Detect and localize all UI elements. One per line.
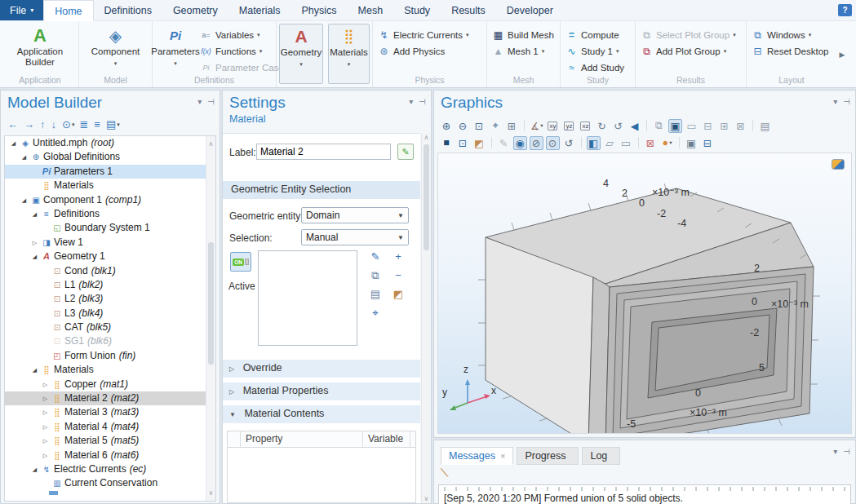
tree-expander-icon[interactable]: ◢ xyxy=(29,462,40,476)
show-options-icon[interactable]: ⊙▾ xyxy=(62,118,74,130)
add-selection-icon[interactable]: + xyxy=(387,250,410,269)
ribbon-tab[interactable]: Geometry xyxy=(162,0,228,20)
no-material-color-icon[interactable]: ⊠ xyxy=(644,136,658,150)
hide-selection-icon[interactable]: ⊘ xyxy=(530,136,543,150)
panel-menu-caret-icon[interactable]: ▾ xyxy=(833,97,837,106)
zoom-extents-icon[interactable]: ⌖ xyxy=(489,119,503,133)
tree-row[interactable]: ◢ ↯ Electric Currents (ec) xyxy=(5,462,215,476)
mesh1-button[interactable]: ▲ Mesh 1 ▾ xyxy=(490,43,547,59)
tree-row[interactable]: Pi Parameters 1 xyxy=(5,165,215,179)
tree-expander-icon[interactable]: ◢ xyxy=(19,193,29,207)
paint-select-icon[interactable]: ◩ xyxy=(472,136,486,150)
scroll-down-icon[interactable]: ∨ xyxy=(206,486,215,500)
messages-content[interactable]: [Sep 5, 2020 1:20 PM] Formed union of 5 … xyxy=(438,484,851,504)
scroll-up-icon[interactable]: ∧ xyxy=(422,134,431,141)
messages-tab[interactable]: Log xyxy=(582,447,620,465)
pin-icon[interactable]: ⊤ xyxy=(842,448,851,455)
close-windows-icon[interactable]: ⊠ xyxy=(734,119,747,133)
graphics-canvas[interactable]: 42×10⁻³ m0-2-420×10⁻³ m-250×10⁻³ m-5 zyx xyxy=(437,153,852,434)
tree-expander-icon[interactable]: ▷ xyxy=(40,420,51,434)
close-tab-icon[interactable]: × xyxy=(500,451,505,461)
ribbon-tab[interactable]: Study xyxy=(393,0,441,20)
zoom-out-icon[interactable]: ⊖ xyxy=(456,119,470,133)
select-box-icon[interactable]: ⊡ xyxy=(456,136,470,150)
split-vertical-icon[interactable]: ⊞ xyxy=(717,119,731,133)
component-button[interactable]: ◈ Component ▾ xyxy=(92,24,140,75)
ribbon-tab[interactable]: Materials xyxy=(228,0,291,20)
environment-icon[interactable]: ▣ xyxy=(668,119,682,133)
back-icon[interactable]: ← xyxy=(7,118,19,130)
scrollbar-thumb[interactable] xyxy=(424,144,429,250)
move-down-icon[interactable]: ↓ xyxy=(51,118,58,130)
export-image-icon[interactable]: ▤ xyxy=(758,119,772,133)
ribbon-tab[interactable]: Home xyxy=(43,0,93,21)
transparency-icon[interactable]: ▱ xyxy=(603,136,617,150)
help-button[interactable]: ? xyxy=(838,4,852,16)
table-column-header[interactable]: Variable xyxy=(363,431,410,447)
pin-icon[interactable]: ⊤ xyxy=(842,98,851,105)
canvas-context-icon[interactable] xyxy=(832,159,845,170)
parameters-button[interactable]: Pi Parameters ▾ xyxy=(155,24,196,75)
copy-selection-icon[interactable]: ⧉ xyxy=(364,269,387,288)
rotate-ccw-icon[interactable]: ↺ xyxy=(611,119,625,133)
view-settings-icon[interactable]: ■ xyxy=(440,136,454,150)
label-input[interactable] xyxy=(256,144,391,160)
zoom-in-icon[interactable]: ⊕ xyxy=(440,119,454,133)
paint-selection-icon[interactable]: ◩ xyxy=(387,288,410,307)
tree-expander-icon[interactable]: ◢ xyxy=(29,250,40,263)
default-view-icon[interactable]: ⊞ xyxy=(505,119,519,133)
tree-row[interactable]: ⊡ L3 (blk4) xyxy=(5,307,215,321)
tree-expander-icon[interactable]: ◢ xyxy=(29,363,40,377)
panel-menu-caret-icon[interactable]: ▾ xyxy=(409,97,413,106)
paste-selection-icon[interactable]: ▤ xyxy=(364,288,387,307)
copy-graphics-icon[interactable]: ⧉ xyxy=(652,119,666,133)
panel-menu-caret-icon[interactable]: ▾ xyxy=(833,447,837,456)
messages-tab[interactable]: Messages × xyxy=(441,447,513,465)
entity-selection-header[interactable]: Geometric Entity Selection xyxy=(223,181,420,199)
scene-camera-icon[interactable]: ◀ xyxy=(628,119,641,133)
tree-row[interactable]: ◱ Boundary System 1 xyxy=(5,221,215,235)
settings-section-header[interactable]: ▷ Override xyxy=(223,360,420,378)
tree-row[interactable]: ◢ ▣ Component 1 (comp1) xyxy=(5,193,215,207)
settings-section-header[interactable]: ▷ Material Properties xyxy=(223,382,420,400)
tree-row[interactable]: ◢ ◈ Untitled.mph (root) xyxy=(5,136,215,150)
select-plot-group-button[interactable]: ⧉ Select Plot Group ▾ xyxy=(638,27,738,42)
scroll-down-icon[interactable]: ∨ xyxy=(422,495,431,502)
tree-row[interactable]: ▥ Current Conservation xyxy=(5,476,215,490)
ribbon-tab[interactable]: Mesh xyxy=(348,0,394,20)
parameter-case-button[interactable]: Pi Parameter Case xyxy=(197,60,286,75)
tree-row[interactable]: ▷ ⣿ Material 4 (mat4) xyxy=(5,420,215,434)
view-xz-icon[interactable]: xz xyxy=(579,119,592,133)
tree-expander-icon[interactable]: ▷ xyxy=(40,405,51,419)
single-window-icon[interactable]: ▭ xyxy=(685,119,699,133)
scene-light-icon[interactable]: ◧ xyxy=(587,136,601,150)
reset-hiding-icon[interactable]: ↺ xyxy=(562,136,576,150)
settings-section-header[interactable]: ▼ Material Contents xyxy=(223,405,420,423)
tree-row[interactable]: ⊡ SG1 (blk6) xyxy=(5,334,215,348)
active-toggle-button[interactable]: ON xyxy=(230,252,251,272)
tree-expander-icon[interactable]: ▷ xyxy=(29,236,40,250)
selection-select[interactable]: Manual ▼ xyxy=(301,229,409,245)
add-plot-group-button[interactable]: ⧉ Add Plot Group ▾ xyxy=(638,43,729,59)
rotate-cw-icon[interactable]: ↻ xyxy=(595,119,609,133)
add-physics-button[interactable]: ⊛ Add Physics xyxy=(375,43,447,59)
electric-currents-button[interactable]: ↯ Electric Currents ▾ xyxy=(375,27,472,42)
pin-icon[interactable]: ⊤ xyxy=(418,98,427,105)
tree-expander-icon[interactable]: ◢ xyxy=(8,136,19,150)
expand-all-icon[interactable]: ≣ xyxy=(79,118,89,130)
tree-expander-icon[interactable]: ▷ xyxy=(40,449,51,462)
table-column-header[interactable]: Property xyxy=(241,431,363,447)
view-direction-icon[interactable]: ∡▾ xyxy=(530,119,543,133)
activate-selection-icon[interactable]: ✎ xyxy=(364,250,387,269)
zoom-selection-icon[interactable]: ⌖ xyxy=(364,307,387,325)
split-horizontal-icon[interactable]: ⊟ xyxy=(701,119,715,133)
tree-row[interactable]: ▷ ⣿ Material 5 (mat5) xyxy=(5,434,215,448)
messages-tab[interactable]: Progress xyxy=(517,447,579,465)
windows-button[interactable]: ⧉ Windows ▾ xyxy=(749,27,814,42)
ribbon-tab[interactable]: Developer xyxy=(496,0,564,20)
tree-row[interactable]: ▷ ◨ View 1 xyxy=(5,236,215,250)
view-yz-icon[interactable]: yz xyxy=(562,119,576,133)
file-menu-button[interactable]: File ▾ xyxy=(0,0,43,20)
tree-row[interactable]: ⊡ CAT (blk5) xyxy=(5,321,215,334)
tree-row[interactable]: ◢ ⊕ Global Definitions xyxy=(5,150,215,164)
